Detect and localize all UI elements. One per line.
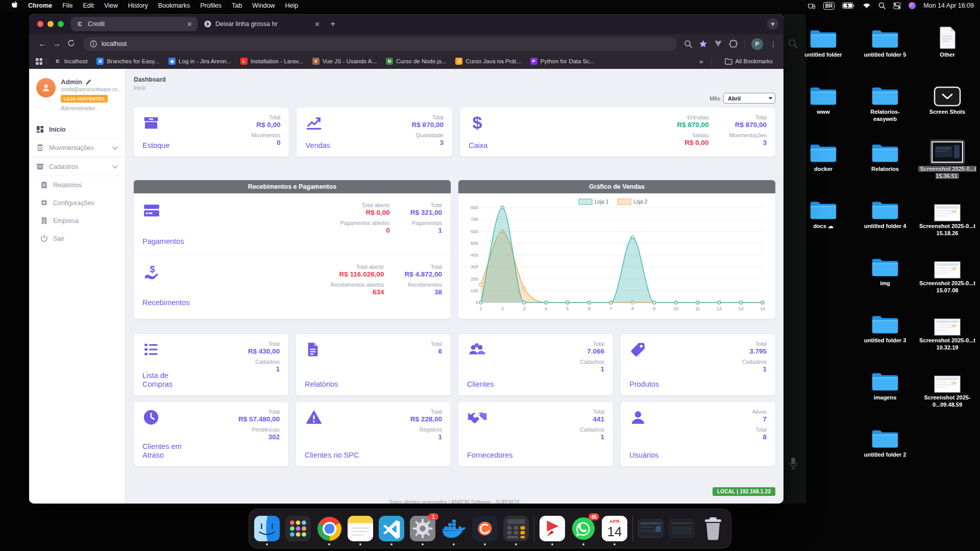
card-label[interactable]: Produtos (629, 380, 659, 389)
sidebar-item-empresa[interactable]: Empresa (29, 212, 125, 230)
user-avatar[interactable] (36, 78, 56, 97)
sidebar-item-relatorios[interactable]: Relatórios (29, 176, 125, 194)
minimize-window-button[interactable] (47, 21, 54, 27)
bookmark-python[interactable]: PPython for Data Sc... (526, 58, 599, 65)
caffeinate-icon[interactable]: ! (807, 2, 816, 9)
menu-item-window[interactable]: Window (247, 2, 280, 9)
desktop-item-untitled-folder-3[interactable]: untitled folder 3 (860, 303, 911, 360)
dock-settings[interactable]: 1 (409, 515, 436, 542)
profile-avatar[interactable]: P (751, 38, 763, 50)
zoom-window-button[interactable] (58, 21, 64, 27)
menu-item-tab[interactable]: Tab (227, 2, 247, 9)
extensions-puzzle-icon[interactable] (729, 40, 738, 48)
desktop-item-relatorioseasyweb[interactable]: Relatorios-easyweb (860, 74, 911, 132)
tab-2[interactable]: Deixar linha grossa hr✕ (199, 17, 325, 31)
dock-red-app[interactable] (539, 515, 566, 542)
menu-item-history[interactable]: History (123, 2, 153, 9)
bookmark-bitbucket[interactable]: BBranches for Easy... (92, 58, 164, 65)
card-label[interactable]: Fornecedores (467, 451, 512, 460)
desktop-item-docs[interactable]: docs ☁ (798, 189, 848, 246)
menu-app-name[interactable]: Chrome (23, 2, 57, 9)
reload-button[interactable] (64, 39, 78, 49)
sidebar-item-cadastros[interactable]: Cadastros (29, 157, 125, 176)
month-select[interactable]: Abril (723, 93, 775, 104)
apple-menu-icon[interactable] (6, 1, 23, 10)
dock-notes[interactable] (347, 515, 374, 542)
desktop-item-untitled-folder-5[interactable]: untitled folder 5 (860, 17, 911, 74)
sidebar-item-movimentacoes[interactable]: Movimentações (29, 138, 125, 157)
desktop-item-screenshot-20250094859[interactable]: Screenshot 2025-0...09.48.59 (918, 360, 977, 417)
vue-devtools-icon[interactable] (714, 40, 722, 47)
desktop-item-imagens[interactable]: imagens (860, 360, 911, 417)
card-label[interactable]: Lista de Compras (142, 371, 199, 389)
sidebar-item-configuracoes[interactable]: Configurações (29, 194, 125, 212)
sidebar-item-sair[interactable]: Sair (29, 230, 125, 247)
dock-trash[interactable] (700, 515, 726, 542)
close-window-button[interactable] (37, 21, 43, 27)
desktop-item-untitled-folder[interactable]: untitled folder (798, 17, 848, 74)
dock-chrome[interactable] (316, 515, 342, 542)
card-label[interactable]: Clientes no SPC (305, 451, 359, 460)
menu-item-file[interactable]: File (57, 2, 78, 9)
card-label[interactable]: Relatórios (305, 380, 338, 389)
menu-item-bookmarks[interactable]: Bookmarks (153, 2, 195, 9)
desktop-item-relatorios[interactable]: Relatorios (860, 132, 911, 189)
wifi-icon[interactable] (863, 3, 871, 9)
site-info-icon[interactable] (90, 40, 97, 47)
desktop-item-www[interactable]: www (798, 74, 848, 132)
dock-vscode[interactable] (378, 515, 405, 542)
sidebar-item-inicio[interactable]: Início (29, 120, 125, 138)
siri-icon[interactable] (909, 2, 916, 9)
bookmark-jira[interactable]: ◆Log in - Jira Anron... (164, 58, 236, 65)
dock-minimized-window-1[interactable] (638, 515, 664, 542)
forward-button[interactable]: → (50, 39, 64, 48)
desktop-item-screenshot-20250t-150708[interactable]: Screenshot 2025-0...t 15.07.08 (918, 246, 977, 303)
desktop-item-screenshot-20250t-103219[interactable]: Screenshot 2025-0...t 10.32.19 (918, 303, 977, 360)
card-label[interactable]: Estoque (142, 141, 169, 150)
search-icon[interactable] (684, 40, 692, 48)
menu-bar-clock[interactable]: Mon 14 Apr 16:09 (923, 2, 974, 9)
bookmark-node[interactable]: NCurso de Node.js... (381, 58, 451, 65)
bookmarks-overflow-icon[interactable]: » (699, 58, 703, 65)
desktop-item-screenshot-20250t-153651[interactable]: Screenshot 2025-0...t 15.36.51 (918, 132, 977, 189)
desktop-item-img[interactable]: img (860, 246, 911, 303)
bookmark-java[interactable]: JCurso Java na Prát... (451, 58, 525, 65)
tab-close-icon[interactable]: ✕ (314, 20, 320, 28)
apps-grid-icon[interactable] (35, 58, 43, 65)
dock-docker[interactable] (440, 515, 467, 542)
menu-item-help[interactable]: Help (280, 2, 304, 9)
desktop-item-other[interactable]: Other (918, 17, 977, 74)
menu-item-view[interactable]: View (99, 2, 123, 9)
browser-menu-icon[interactable]: ⋮ (770, 40, 777, 48)
card-label[interactable]: Usuários (629, 451, 658, 460)
dock-calendar[interactable]: APR14 (601, 515, 628, 542)
menu-item-profiles[interactable]: Profiles (195, 2, 227, 9)
tab-search-chevron-icon[interactable]: ▼ (767, 18, 778, 30)
battery-icon[interactable] (842, 3, 855, 9)
input-source-indicator[interactable]: BR (823, 2, 835, 10)
bookmark-laravel[interactable]: LInstallation - Larav... (236, 58, 308, 65)
all-bookmarks-button[interactable]: All Bookmarks (720, 58, 778, 65)
new-tab-button[interactable]: + (330, 19, 335, 29)
menu-item-edit[interactable]: Edit (78, 2, 99, 9)
back-button[interactable]: ← (35, 39, 50, 48)
tab-close-icon[interactable]: ✕ (187, 20, 192, 28)
control-center-icon[interactable] (893, 3, 901, 9)
dock-whatsapp[interactable]: 46 (570, 515, 597, 542)
desktop-item-untitled-folder-4[interactable]: untitled folder 4 (860, 189, 911, 246)
card-label[interactable]: Clientes em Atraso (142, 442, 199, 460)
dock-finder[interactable] (254, 515, 280, 542)
edit-pencil-icon[interactable] (85, 79, 91, 85)
card-label[interactable]: Vendas (305, 141, 330, 150)
card-label[interactable]: Caixa (469, 141, 487, 150)
row-label[interactable]: Pagamentos (142, 237, 184, 246)
tab-1[interactable]: CCredit✕ (71, 17, 198, 31)
desktop-item-untitled-folder-2[interactable]: untitled folder 2 (860, 417, 911, 474)
desktop-item-screen-shots[interactable]: Screen Shots (918, 74, 977, 132)
spotlight-search-icon[interactable] (878, 2, 886, 9)
dock-launchpad[interactable] (285, 515, 311, 542)
card-label[interactable]: Clientes (467, 380, 494, 389)
row-label[interactable]: Recebimentos (142, 298, 190, 307)
dock-postman[interactable] (472, 515, 498, 542)
dock-minimized-window-2[interactable] (669, 515, 695, 542)
